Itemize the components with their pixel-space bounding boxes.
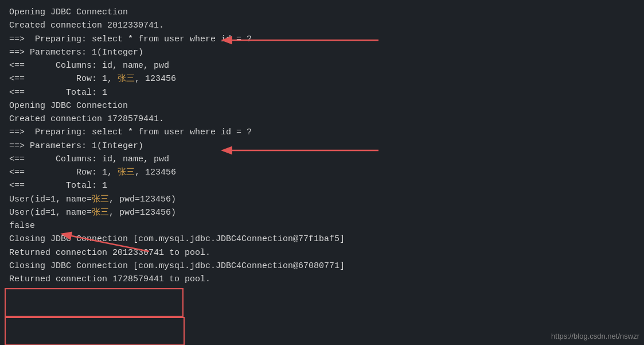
line-1: Opening JDBC Connection xyxy=(9,6,635,19)
console-output: Opening JDBC Connection Created connecti… xyxy=(0,0,644,345)
line-3: ==> Preparing: select * from user where … xyxy=(9,33,635,46)
line-7: <== Total: 1 xyxy=(9,86,635,99)
highlight-box-2 xyxy=(5,317,185,345)
line-15: User(id=1, name=张三, pwd=123456) xyxy=(9,193,635,206)
line-12: <== Columns: id, name, pwd xyxy=(9,153,635,166)
highlight-box-1 xyxy=(5,288,184,317)
line-11: ==> Parameters: 1(Integer) xyxy=(9,139,635,153)
line-10: ==> Preparing: select * from user where … xyxy=(9,126,635,139)
line-19: Returned connection 2012330741 to pool. xyxy=(9,246,635,259)
line-18: Closing JDBC Connection [com.mysql.jdbc.… xyxy=(9,232,635,246)
line-14: <== Total: 1 xyxy=(9,179,635,192)
line-16: User(id=1, name=张三, pwd=123456) xyxy=(9,206,635,219)
line-4: ==> Parameters: 1(Integer) xyxy=(9,46,635,59)
line-6: <== Row: 1, 张三, 123456 xyxy=(9,72,635,86)
line-21: Returned connection 1728579441 to pool. xyxy=(9,273,635,286)
line-13: <== Row: 1, 张三, 123456 xyxy=(9,166,635,179)
line-17: false xyxy=(9,219,635,232)
line-9: Created connection 1728579441. xyxy=(9,113,635,126)
line-2: Created connection 2012330741. xyxy=(9,19,635,32)
line-8: Opening JDBC Connection xyxy=(9,99,635,113)
line-5: <== Columns: id, name, pwd xyxy=(9,59,635,72)
watermark: https://blog.csdn.net/nswzr xyxy=(551,332,639,340)
line-20: Closing JDBC Connection [com.mysql.jdbc.… xyxy=(9,259,635,273)
